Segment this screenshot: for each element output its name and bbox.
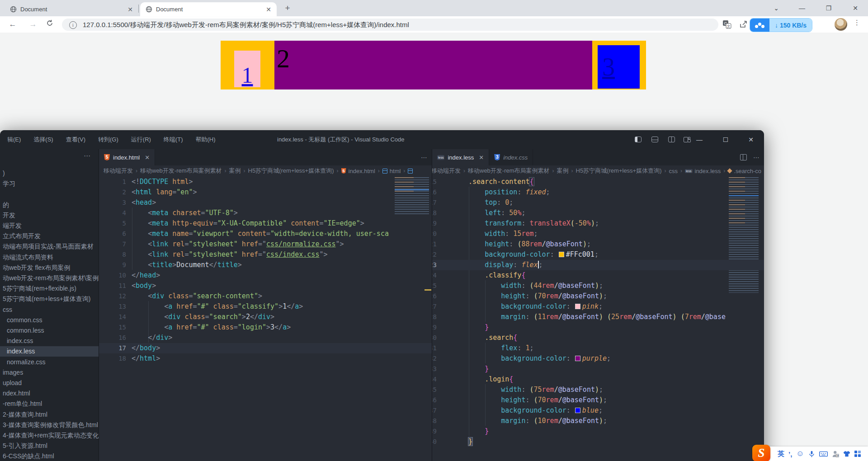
- code-line[interactable]: 36 height: (70rem/@baseFont);: [432, 395, 764, 405]
- code-line[interactable]: 29 }: [432, 322, 764, 333]
- close-tab-icon[interactable]: ✕: [266, 6, 271, 13]
- address-bar[interactable]: i 127.0.0.1:5500/移动端开发/移动web开发-rem布局案例素材…: [62, 19, 718, 31]
- login-link[interactable]: 3: [598, 45, 640, 89]
- code-line[interactable]: 30 .search{: [432, 333, 764, 343]
- breadcrumb-item[interactable]: [408, 169, 415, 174]
- code-line[interactable]: 16 </div>: [99, 333, 432, 343]
- file-tree-item[interactable]: 5苏宁商城(rem+flexible.js): [0, 283, 99, 294]
- file-tree-item[interactable]: 动端流式布局资料: [0, 252, 99, 263]
- browser-menu-kebab[interactable]: ⋮: [854, 19, 860, 27]
- code-line[interactable]: 22 background-color: #FFc001;: [432, 249, 764, 260]
- file-tree-item[interactable]: ): [0, 168, 99, 179]
- microphone-icon[interactable]: [808, 450, 815, 458]
- code-line[interactable]: 20 width: 15rem;: [432, 229, 764, 239]
- explorer-more-actions[interactable]: ⋯: [84, 152, 91, 160]
- breadcrumb-item[interactable]: css: [669, 168, 678, 174]
- code-line[interactable]: 8 <link rel="stylesheet" href="css/index…: [99, 249, 432, 260]
- ime-punctuation-toggle[interactable]: ’,: [788, 450, 792, 458]
- file-tree-item[interactable]: normalize.css: [0, 357, 99, 367]
- toggle-secondary-sidebar-icon[interactable]: [668, 136, 675, 142]
- toggle-sidebar-icon[interactable]: [635, 136, 642, 142]
- url-text[interactable]: 127.0.0.1:5500/移动端开发/移动web开发-rem布局案例素材/案…: [83, 19, 409, 31]
- vscode-maximize-button[interactable]: ☐: [715, 130, 736, 149]
- code-line[interactable]: 31 flex: 1;: [432, 343, 764, 353]
- file-tree-item[interactable]: 动web开发 flex布局案例: [0, 263, 99, 273]
- breadcrumb-item[interactable]: .search-co: [728, 168, 761, 174]
- file-tree-item[interactable]: upload: [0, 378, 99, 388]
- vscode-close-button[interactable]: ✕: [741, 130, 761, 149]
- ime-lang-toggle[interactable]: 英: [778, 450, 784, 458]
- breadcrumb-item[interactable]: 移动web开发-rem布局案例素材: [468, 167, 550, 175]
- profile-avatar[interactable]: [835, 18, 847, 31]
- file-tree-item[interactable]: 学习: [0, 179, 99, 189]
- skin-icon[interactable]: [843, 451, 850, 457]
- code-line[interactable]: 11<body>: [99, 281, 432, 291]
- keyboard-icon[interactable]: [819, 451, 828, 457]
- browser-tab[interactable]: Document✕: [5, 2, 138, 16]
- translate-icon[interactable]: G文: [722, 20, 732, 30]
- file-tree-item[interactable]: common.css: [0, 315, 99, 325]
- breadcrumb-item[interactable]: 移动端开发: [437, 167, 461, 175]
- ime-toolbox-icon[interactable]: [854, 451, 861, 457]
- share-icon[interactable]: [739, 20, 749, 30]
- code-line[interactable]: 39 }: [432, 426, 764, 437]
- file-tree-item[interactable]: 5苏宁商城(rem+less+媒体查询): [0, 294, 99, 304]
- close-tab-icon[interactable]: ✕: [127, 6, 133, 13]
- code-line[interactable]: 19 transform: translateX(-50%);: [432, 218, 764, 229]
- file-tree-item[interactable]: 4-媒体查询+rem实现元素动态变化....: [0, 430, 99, 441]
- close-tab-icon[interactable]: ✕: [145, 154, 150, 161]
- browser-minimize-button[interactable]: —: [795, 0, 809, 16]
- browser-maximize-button[interactable]: ❐: [822, 0, 835, 16]
- file-tree-item[interactable]: images: [0, 367, 99, 378]
- menu-item[interactable]: 帮助(H): [189, 130, 222, 149]
- forward-button[interactable]: →: [28, 19, 38, 30]
- reload-button[interactable]: [44, 19, 55, 30]
- tab-index-less[interactable]: less index.less ✕: [432, 149, 489, 165]
- file-tree-item[interactable]: 的: [0, 200, 99, 210]
- vscode-titlebar[interactable]: 辑(E)选择(S)查看(V)转到(G)运行(R)终端(T)帮助(H) index…: [0, 130, 764, 149]
- code-line[interactable]: 34 .login{: [432, 374, 764, 385]
- code-line[interactable]: 12 <div class="search-content">: [99, 291, 432, 301]
- file-tree-item[interactable]: 3-媒体查询案例修改背景颜色.html: [0, 420, 99, 430]
- code-line[interactable]: 35 width: (75rem/@baseFont);: [432, 385, 764, 395]
- file-tree-item[interactable]: index.css: [0, 336, 99, 346]
- breadcrumb-item[interactable]: 案例: [557, 167, 569, 175]
- code-line[interactable]: 15.search-content{: [432, 177, 764, 187]
- file-tree-item[interactable]: 开发: [0, 210, 99, 221]
- code-line[interactable]: 24 .classify{: [432, 270, 764, 281]
- file-tree-item[interactable]: 动web开发-rem布局案例素材\案例: [0, 273, 99, 283]
- code-line[interactable]: 9 <title>Document</title>: [99, 260, 432, 270]
- menu-item[interactable]: 转到(G): [92, 130, 125, 149]
- emoji-icon[interactable]: ☺: [796, 449, 804, 458]
- breadcrumb-item[interactable]: H5苏宁商城(rem+less+媒体查询): [576, 167, 662, 175]
- code-line[interactable]: 33 }: [432, 364, 764, 374]
- breadcrumb-item[interactable]: H5苏宁商城(rem+less+媒体查询): [248, 167, 334, 175]
- split-editor-icon[interactable]: [740, 154, 747, 160]
- file-tree-item[interactable]: 5-引入资源.html: [0, 441, 99, 451]
- breadcrumb-item[interactable]: 5index.html: [341, 168, 375, 174]
- code-line[interactable]: 17</body>: [99, 343, 432, 353]
- code-line[interactable]: 40}: [432, 437, 764, 447]
- file-tree-item[interactable]: common.less: [0, 325, 99, 336]
- file-tree-item[interactable]: ndex.html: [0, 388, 99, 399]
- code-line[interactable]: 15 <a href="#" class="login">3</a>: [99, 322, 432, 333]
- file-tree-item[interactable]: -rem单位.html: [0, 399, 99, 409]
- code-line[interactable]: 2<html lang="en">: [99, 187, 432, 198]
- toggle-panel-icon[interactable]: [651, 136, 658, 142]
- user-mode-icon[interactable]: 19: [832, 451, 839, 457]
- code-line[interactable]: 7 <link rel="stylesheet" href="css/norma…: [99, 239, 432, 249]
- right-editor-more-actions[interactable]: ⋯: [753, 149, 760, 165]
- file-tree-item[interactable]: 6-CSS的缺点.html: [0, 451, 99, 461]
- breadcrumb[interactable]: 移动端开发›移动web开发-rem布局案例素材›案例›H5苏宁商城(rem+le…: [432, 165, 764, 176]
- code-line[interactable]: 18</html>: [99, 353, 432, 364]
- breadcrumb-item[interactable]: lessindex.less: [685, 168, 721, 174]
- close-tab-icon[interactable]: ✕: [479, 154, 484, 161]
- file-tree-item[interactable]: 2-媒体查询.html: [0, 409, 99, 420]
- code-line[interactable]: 4 <meta charset="UTF-8">: [99, 208, 432, 218]
- code-line[interactable]: 5 <meta http-equiv="X-UA-Compatible" con…: [99, 218, 432, 229]
- code-line[interactable]: 1<!DOCTYPE html>: [99, 177, 432, 187]
- menu-item[interactable]: 终端(T): [157, 130, 189, 149]
- file-tree-item[interactable]: 立式布局开发: [0, 231, 99, 241]
- code-line[interactable]: 14 <div class="search">2</div>: [99, 312, 432, 322]
- file-tree-item[interactable]: css: [0, 305, 99, 315]
